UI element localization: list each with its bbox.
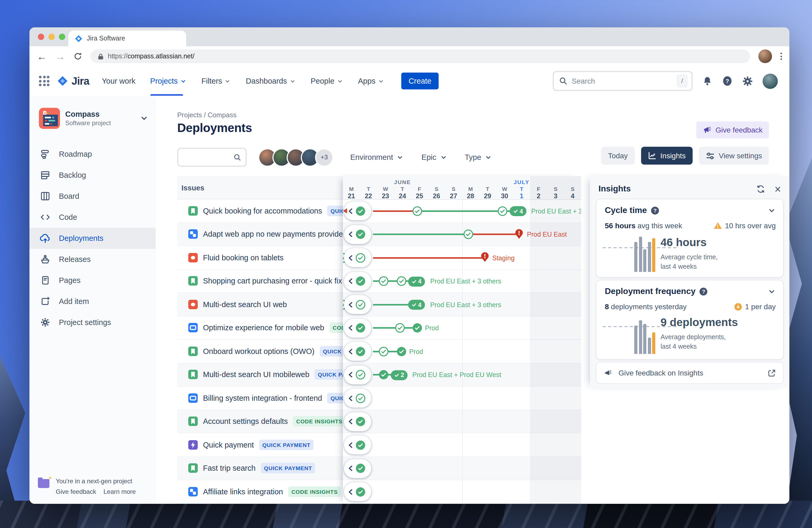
refresh-icon[interactable] — [756, 184, 765, 193]
today-button[interactable]: Today — [601, 147, 635, 165]
back-icon[interactable]: ← — [37, 51, 47, 61]
user-avatar[interactable] — [763, 73, 778, 89]
expand-deployments-pill[interactable] — [344, 225, 371, 244]
sidebar-item-roadmap[interactable]: Roadmap — [29, 144, 156, 165]
sidebar-item-backlog[interactable]: Backlog — [29, 165, 156, 186]
nav-item-your-work[interactable]: Your work — [102, 66, 135, 96]
deployment-alert-icon[interactable] — [515, 229, 523, 239]
deployment-count-badge[interactable]: 4 — [408, 276, 425, 287]
minimize-window-button[interactable] — [48, 34, 55, 40]
settings-gear-icon[interactable] — [742, 75, 753, 87]
expand-deployments-pill[interactable] — [344, 482, 371, 501]
maximize-window-button[interactable] — [59, 34, 65, 40]
browser-tab[interactable]: Jira Software — [68, 30, 186, 46]
issue-row[interactable]: Multi-dest search UI mobilewebQUICK PAYM… — [177, 363, 343, 386]
sidebar-item-deployments[interactable]: Deployments — [29, 228, 156, 249]
expand-deployments-pill[interactable] — [344, 412, 371, 431]
forward-icon[interactable]: → — [55, 51, 65, 61]
timeline-day: S26 — [428, 186, 445, 200]
board-search-input[interactable] — [177, 148, 247, 167]
filter-dropdown-type[interactable]: Type — [465, 153, 492, 161]
view-settings-button[interactable]: View settings — [699, 147, 769, 165]
issue-row[interactable]: Account settings defaultsCODE INSIGHTS — [177, 410, 343, 433]
chevron-down-icon[interactable] — [140, 114, 148, 122]
sidebar-footer: You're in a next-gen project Give feedba… — [38, 478, 136, 495]
project-avatar — [39, 108, 60, 129]
give-feedback-button[interactable]: Give feedback — [696, 121, 769, 138]
sidebar-item-label: Deployments — [59, 234, 103, 243]
expand-deployments-pill[interactable] — [344, 342, 371, 361]
deployment-count-badge[interactable]: 4 — [510, 206, 527, 216]
insights-button[interactable]: Insights — [641, 147, 693, 165]
refresh-icon[interactable] — [74, 52, 82, 60]
issue-row[interactable]: Fast trip searchQUICK PAYMENT — [177, 457, 343, 480]
nav-item-dashboards[interactable]: Dashboards — [246, 66, 296, 96]
expand-deployments-pill[interactable] — [344, 436, 371, 454]
create-button[interactable]: Create — [401, 73, 439, 89]
jira-logo[interactable]: Jira — [57, 75, 89, 87]
insights-chart-icon — [648, 151, 656, 160]
board-icon — [39, 191, 52, 202]
sidebar-item-pages[interactable]: Pages — [29, 270, 156, 291]
filter-dropdown-environment[interactable]: Environment — [350, 153, 404, 161]
nav-item-people[interactable]: People — [310, 66, 343, 96]
expand-deployments-pill[interactable] — [344, 319, 371, 337]
expand-deployments-pill[interactable] — [344, 272, 371, 291]
issue-row[interactable]: Fluid booking on tablets — [177, 246, 343, 269]
nav-item-filters[interactable]: Filters — [201, 66, 231, 96]
close-window-button[interactable] — [38, 34, 44, 40]
expand-deployments-pill[interactable] — [344, 459, 371, 478]
deployment-check-icon — [378, 276, 388, 286]
issue-row[interactable]: Affiliate links integrationCODE INSIGHTS — [177, 480, 343, 503]
close-icon[interactable]: × — [774, 183, 781, 194]
deployment-alert-icon[interactable] — [481, 252, 489, 262]
issue-row[interactable]: Quick booking for accommodationsQUICK PA… — [177, 199, 343, 223]
chevron-down-icon[interactable] — [768, 206, 776, 214]
sidebar-item-add-item[interactable]: Add item — [29, 291, 156, 312]
nav-item-apps[interactable]: Apps — [358, 66, 385, 96]
window-controls[interactable] — [38, 34, 65, 40]
url-bar[interactable]: https://compass.atlassian.net/ — [90, 49, 750, 63]
sidebar-item-label: Releases — [59, 255, 91, 263]
sidebar-item-project-settings[interactable]: Project settings — [29, 312, 156, 333]
help-icon[interactable]: ? — [722, 76, 733, 86]
expand-deployments-pill[interactable] — [344, 202, 371, 220]
browser-menu-icon[interactable] — [781, 53, 782, 60]
help-icon[interactable]: ? — [700, 288, 708, 295]
global-search-input[interactable]: Search / — [553, 71, 693, 91]
chevron-down-icon[interactable] — [768, 288, 776, 295]
insights-feedback-button[interactable]: Give feedback on Insights — [596, 362, 784, 384]
issue-type-story-icon — [188, 276, 198, 286]
sidebar-give-feedback-link[interactable]: Give feedback — [56, 488, 96, 495]
project-switcher[interactable]: Compass Software project — [29, 96, 156, 140]
sidebar-learn-more-link[interactable]: Learn more — [103, 488, 136, 495]
issue-row[interactable]: Adapt web app no new payments provider — [177, 223, 343, 246]
filter-dropdown-epic[interactable]: Epic — [421, 153, 447, 161]
expand-deployments-pill[interactable] — [344, 248, 371, 267]
expand-deployments-pill[interactable] — [344, 295, 371, 314]
avatar-overflow-badge[interactable]: +3 — [315, 148, 333, 166]
sidebar-item-board[interactable]: Board — [29, 186, 156, 207]
issue-row[interactable]: Billing system integration - frontendQUI… — [177, 386, 343, 410]
chevron-left-icon — [348, 301, 353, 308]
expand-deployments-pill[interactable] — [344, 365, 371, 384]
deployment-count-badge[interactable]: 4 — [408, 300, 425, 310]
breadcrumb[interactable]: Projects / Compass — [177, 111, 236, 119]
issue-row[interactable]: Optimize experience for mobile webCODE I… — [177, 316, 343, 340]
issue-row[interactable]: Shopping cart purchasing error - quick f… — [177, 269, 343, 293]
expand-deployments-pill[interactable] — [344, 388, 371, 408]
deployment-count-badge[interactable]: 2 — [391, 370, 408, 380]
deployment-env-label: Prod EU East + 3 others — [430, 278, 501, 285]
assignee-avatars[interactable]: +3 — [258, 148, 333, 166]
notifications-icon[interactable] — [702, 75, 713, 87]
sidebar-item-code[interactable]: Code — [29, 207, 156, 228]
issue-row[interactable]: Quick paymentQUICK PAYMENT — [177, 433, 343, 457]
sidebar-item-releases[interactable]: Releases — [29, 249, 156, 270]
nav-item-projects[interactable]: Projects — [150, 66, 187, 96]
issue-row[interactable]: Onboard workout options (OWO)QUICK PAYME… — [177, 340, 343, 363]
help-icon[interactable]: ? — [651, 206, 659, 214]
browser-profile-avatar[interactable] — [758, 49, 772, 63]
insight-bar — [652, 332, 655, 354]
app-switcher-icon[interactable] — [39, 76, 49, 86]
issue-row[interactable]: Multi-dest search UI web — [177, 293, 343, 316]
